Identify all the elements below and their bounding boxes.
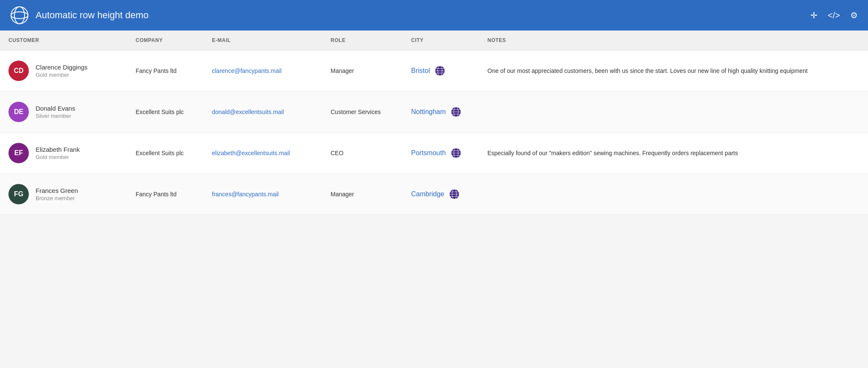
city-cell-donald-evans[interactable]: Nottingham (403, 96, 479, 128)
role-cell-elizabeth-frank: CEO (322, 139, 403, 167)
email-cell-donald-evans[interactable]: donald@excellentsuits.mail (203, 98, 322, 125)
customer-cell-clarence-diggings: CD Clarence Diggings Gold member (0, 50, 127, 91)
customer-name-clarence-diggings: Clarence Diggings (36, 64, 88, 71)
role-cell-frances-green: Manager (322, 181, 403, 208)
app-header: Automatic row height demo ✛ </> ⚙ (0, 0, 868, 31)
notes-cell-donald-evans (479, 102, 868, 122)
notes-cell-frances-green (479, 184, 868, 204)
col-header-notes: NOTES (479, 31, 868, 50)
svg-point-1 (14, 7, 25, 24)
company-cell-donald-evans: Excellent Suits plc (127, 98, 203, 125)
move-icon[interactable]: ✛ (810, 10, 818, 20)
email-link-elizabeth-frank[interactable]: elizabeth@excellentsuits.mail (212, 150, 290, 156)
globe-icon-frances-green (448, 188, 460, 200)
settings-icon[interactable]: ⚙ (850, 10, 858, 20)
customer-cell-donald-evans: DE Donald Evans Silver member (0, 92, 127, 132)
email-link-frances-green[interactable]: frances@fancypants.mail (212, 191, 278, 198)
table-header-row: CUSTOMER COMPANY E-MAIL ROLE CITY NOTES (0, 31, 868, 50)
col-header-email: E-MAIL (203, 31, 322, 50)
col-header-customer: CUSTOMER (0, 31, 127, 50)
city-cell-clarence-diggings[interactable]: Bristol (403, 55, 479, 87)
customer-member-donald-evans: Silver member (36, 113, 75, 119)
table-row: EF Elizabeth Frank Gold member Excellent… (0, 133, 868, 174)
email-link-donald-evans[interactable]: donald@excellentsuits.mail (212, 109, 284, 115)
customer-cell-frances-green: FG Frances Green Bronze member (0, 174, 127, 215)
email-link-clarence-diggings[interactable]: clarence@fancypants.mail (212, 67, 281, 74)
app-logo (10, 6, 29, 25)
globe-icon-elizabeth-frank (450, 147, 462, 159)
svg-point-0 (11, 7, 28, 24)
customer-member-elizabeth-frank: Gold member (36, 154, 80, 160)
table-row: CD Clarence Diggings Gold member Fancy P… (0, 50, 868, 92)
customer-name-elizabeth-frank: Elizabeth Frank (36, 146, 80, 153)
city-link-frances-green[interactable]: Cambridge (411, 190, 444, 198)
customer-name-donald-evans: Donald Evans (36, 105, 75, 112)
city-cell-frances-green[interactable]: Cambridge (403, 178, 479, 210)
email-cell-clarence-diggings[interactable]: clarence@fancypants.mail (203, 57, 322, 84)
customer-info-elizabeth-frank: Elizabeth Frank Gold member (36, 146, 80, 160)
globe-icon-donald-evans (450, 106, 462, 118)
header-left: Automatic row height demo (10, 6, 149, 25)
data-table: CUSTOMER COMPANY E-MAIL ROLE CITY NOTES … (0, 31, 868, 215)
customer-member-frances-green: Bronze member (36, 195, 78, 201)
customer-name-frances-green: Frances Green (36, 187, 78, 194)
city-link-donald-evans[interactable]: Nottingham (411, 108, 446, 116)
avatar-donald-evans: DE (8, 102, 29, 122)
svg-point-2 (11, 12, 28, 19)
customer-member-clarence-diggings: Gold member (36, 72, 88, 78)
col-header-role: ROLE (322, 31, 403, 50)
notes-cell-elizabeth-frank: Especially found of our "makers edition"… (479, 139, 868, 168)
code-icon[interactable]: </> (828, 11, 840, 20)
notes-cell-clarence-diggings: One of our most appreciated customers, b… (479, 56, 868, 86)
city-link-clarence-diggings[interactable]: Bristol (411, 67, 430, 75)
avatar-elizabeth-frank: EF (8, 143, 29, 163)
company-cell-clarence-diggings: Fancy Pants ltd (127, 57, 203, 84)
globe-icon-clarence-diggings (434, 65, 446, 77)
avatar-clarence-diggings: CD (8, 61, 29, 81)
role-cell-clarence-diggings: Manager (322, 57, 403, 84)
company-cell-elizabeth-frank: Excellent Suits plc (127, 139, 203, 167)
company-cell-frances-green: Fancy Pants ltd (127, 181, 203, 208)
col-header-city: CITY (403, 31, 479, 50)
table-body: CD Clarence Diggings Gold member Fancy P… (0, 50, 868, 215)
app-title: Automatic row height demo (36, 10, 149, 21)
header-actions: ✛ </> ⚙ (810, 10, 858, 20)
col-header-company: COMPANY (127, 31, 203, 50)
customer-info-donald-evans: Donald Evans Silver member (36, 105, 75, 119)
email-cell-elizabeth-frank[interactable]: elizabeth@excellentsuits.mail (203, 139, 322, 167)
role-cell-donald-evans: Customer Services (322, 98, 403, 125)
avatar-frances-green: FG (8, 184, 29, 204)
customer-info-frances-green: Frances Green Bronze member (36, 187, 78, 201)
customer-info-clarence-diggings: Clarence Diggings Gold member (36, 64, 88, 78)
table-row: FG Frances Green Bronze member Fancy Pan… (0, 174, 868, 215)
city-cell-elizabeth-frank[interactable]: Portsmouth (403, 137, 479, 169)
email-cell-frances-green[interactable]: frances@fancypants.mail (203, 181, 322, 208)
customer-cell-elizabeth-frank: EF Elizabeth Frank Gold member (0, 133, 127, 173)
city-link-elizabeth-frank[interactable]: Portsmouth (411, 149, 446, 157)
table-row: DE Donald Evans Silver member Excellent … (0, 92, 868, 133)
